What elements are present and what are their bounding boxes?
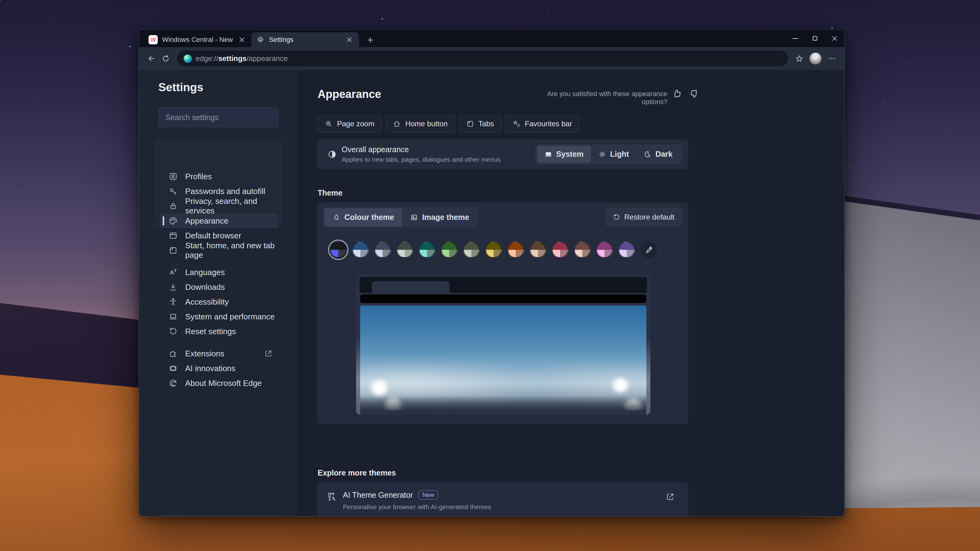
sidebar-item-extensions[interactable]: Extensions	[160, 346, 278, 361]
quick-links-row: Page zoom Home button Tabs Favourites ba…	[318, 115, 579, 132]
colour-swatch[interactable]	[396, 241, 413, 258]
sidebar-item-start-home[interactable]: Start, home, and new tab page	[160, 243, 278, 258]
zoom-icon	[325, 120, 333, 128]
search-settings-input[interactable]	[158, 108, 278, 127]
overall-appearance-text: Overall appearance Applies to new tabs, …	[342, 145, 501, 163]
explore-themes-card: AI Theme Generator New Personalise your …	[317, 482, 688, 516]
tab-image-theme[interactable]: Image theme	[402, 208, 477, 226]
sidebar-item-label: Privacy, search, and services	[185, 197, 278, 216]
browser-tab-settings[interactable]: Settings	[251, 32, 359, 47]
laptop-icon	[169, 312, 178, 321]
gear-icon	[256, 36, 265, 44]
colour-swatch[interactable]	[485, 241, 502, 258]
brush-sparkle-icon	[326, 492, 336, 502]
colour-swatch[interactable]	[330, 241, 347, 258]
new-tab-button[interactable]	[363, 33, 377, 47]
sidebar-item-ai-innovations[interactable]: AI innovations	[160, 361, 278, 376]
browser-icon	[169, 231, 178, 240]
address-bar[interactable]: edge://settings/appearance	[177, 51, 788, 66]
tab-colour-theme[interactable]: Colour theme	[325, 208, 402, 226]
thumb-up-icon[interactable]	[672, 88, 682, 99]
theme-tab-label: Image theme	[422, 213, 469, 222]
close-tab-icon[interactable]	[237, 35, 247, 44]
home-button-button[interactable]: Home button	[386, 115, 454, 132]
favourites-bar-button[interactable]: Favourites bar	[506, 115, 579, 132]
mode-system-option[interactable]: System	[537, 146, 591, 163]
sidebar-item-system-performance[interactable]: System and performance	[160, 309, 278, 324]
tab-title: Windows Central - News, Reviews	[162, 36, 233, 44]
sidebar-item-profiles[interactable]: Profiles	[160, 169, 278, 184]
colour-swatch[interactable]	[441, 241, 458, 258]
explore-row-title: AI Theme Generator	[343, 491, 413, 500]
colour-swatch[interactable]	[574, 241, 590, 258]
favourite-star-icon[interactable]	[792, 51, 806, 66]
close-tab-icon[interactable]	[345, 35, 354, 44]
new-badge: New	[418, 490, 438, 500]
home-icon	[393, 120, 401, 128]
satisfaction-prompt: Are you satisfied with these appearance …	[538, 90, 667, 106]
sidebar-item-label: Extensions	[185, 349, 224, 359]
page-zoom-button[interactable]: Page zoom	[318, 115, 382, 132]
sidebar-item-label: Languages	[185, 268, 225, 277]
ellipsis-icon[interactable]	[825, 51, 839, 66]
sidebar-item-languages[interactable]: Languages	[160, 265, 278, 279]
colour-swatch[interactable]	[618, 241, 635, 258]
colour-swatch[interactable]	[374, 241, 391, 258]
preview-tab-strip	[360, 277, 647, 293]
sidebar-item-about-edge[interactable]: About Microsoft Edge	[160, 376, 278, 391]
download-icon	[169, 283, 178, 292]
moon-icon	[644, 150, 652, 158]
colour-swatch[interactable]	[530, 241, 546, 258]
custom-colour-eyedropper-button[interactable]	[641, 241, 657, 258]
eyedropper-icon	[644, 246, 653, 254]
preview-daisy	[369, 380, 389, 396]
quick-link-label: Page zoom	[337, 119, 374, 128]
ai-theme-generator-row[interactable]: AI Theme Generator New Personalise your …	[326, 490, 679, 516]
theme-type-tabs: Colour theme Image theme	[323, 207, 479, 228]
sidebar-item-label: Start, home, and new tab page	[185, 241, 278, 260]
tabs-button[interactable]: Tabs	[459, 115, 501, 132]
desktop: W Windows Central - News, Reviews Settin…	[0, 0, 980, 551]
preview-daisy	[611, 378, 630, 393]
preview-bottom-fade	[360, 396, 646, 411]
maximize-icon[interactable]	[805, 30, 825, 47]
selected-indicator	[163, 216, 164, 225]
sidebar-item-reset-settings[interactable]: Reset settings	[160, 324, 278, 339]
minimize-icon[interactable]	[785, 30, 805, 47]
page-icon	[169, 246, 178, 255]
sidebar-item-privacy[interactable]: Privacy, search, and services	[160, 198, 278, 213]
sun-icon	[598, 150, 606, 158]
sidebar-item-downloads[interactable]: Downloads	[160, 279, 278, 294]
palette-icon	[169, 216, 178, 225]
colour-swatch[interactable]	[552, 241, 568, 258]
refresh-icon[interactable]	[159, 51, 173, 66]
monitor-icon	[544, 150, 552, 158]
colour-swatch[interactable]	[596, 241, 613, 258]
colour-swatch[interactable]	[463, 241, 480, 258]
puzzle-icon	[169, 349, 178, 358]
sidebar-item-label: Passwords and autofill	[185, 187, 265, 196]
colour-swatch[interactable]	[352, 241, 369, 258]
sidebar-item-label: Appearance	[185, 216, 228, 226]
sidebar-item-appearance[interactable]: Appearance	[160, 213, 278, 228]
colour-swatch[interactable]	[508, 241, 524, 258]
paint-drop-icon	[332, 213, 340, 221]
back-icon[interactable]	[145, 51, 159, 66]
mode-label: System	[556, 150, 584, 159]
sidebar-item-accessibility[interactable]: Accessibility	[160, 294, 278, 309]
mode-light-option[interactable]: Light	[591, 146, 636, 163]
close-icon[interactable]	[825, 30, 845, 47]
mode-dark-option[interactable]: Dark	[636, 146, 680, 163]
overall-appearance-title: Overall appearance	[342, 145, 501, 154]
profile-avatar[interactable]	[809, 52, 822, 65]
toolbar-right	[792, 51, 839, 66]
colour-swatch-row	[330, 241, 657, 258]
external-link-icon[interactable]	[665, 492, 675, 502]
thumb-down-icon[interactable]	[689, 88, 699, 99]
restore-default-button[interactable]: Restore default	[606, 208, 681, 226]
send-feedback-button[interactable]: Send feedback	[158, 516, 278, 516]
colour-swatch[interactable]	[419, 241, 435, 258]
restore-default-label: Restore default	[624, 213, 675, 221]
tab-strip: W Windows Central - News, Reviews Settin…	[139, 30, 845, 47]
browser-tab-windows-central[interactable]: W Windows Central - News, Reviews	[143, 32, 251, 47]
